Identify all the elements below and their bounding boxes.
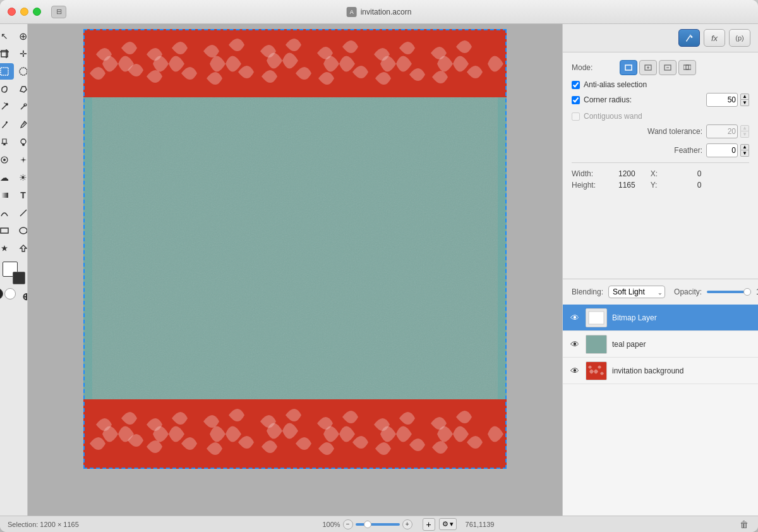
zoom-tool[interactable]: ⊕ [14,28,28,44]
panel-toolbar: fx (p) [563,24,758,52]
lasso-tool[interactable] [0,81,14,97]
zoom-out-btn[interactable]: − [343,519,353,529]
bezier-tool[interactable] [0,205,14,221]
crop-tool[interactable] [0,45,14,62]
stamp-tool[interactable] [0,152,14,168]
star-tool[interactable] [0,240,14,257]
tool-row-13 [0,240,28,257]
mode-subtract-btn[interactable] [659,60,677,75]
feather-up[interactable]: ▲ [740,144,749,150]
foreground-color[interactable] [0,288,3,299]
anti-alias-row: Anti-alias selection [572,80,749,89]
sidebar-toggle-button[interactable]: ⊟ [51,6,66,18]
rect-select-tool[interactable] [0,63,14,80]
pen-tool[interactable] [0,116,14,133]
bottom-tool-row: ⊕ [0,288,28,305]
add-layer-btn[interactable]: + [423,518,435,531]
maximize-button[interactable] [33,8,41,16]
tool-row-2: ✛ [0,45,28,62]
rect-shape-tool[interactable] [0,222,14,239]
blend-mode-select[interactable]: Normal Dissolve Multiply Screen Overlay … [608,286,665,298]
minimize-button[interactable] [20,8,28,16]
mode-add-btn[interactable] [639,60,657,75]
sparkle-tool[interactable] [14,152,28,168]
arrow-shape-tool[interactable] [14,240,28,257]
brightness-tool[interactable]: ☀ [14,169,28,186]
mode-buttons [620,60,696,75]
main-content: ↖ ⊕ ✛ [0,24,758,516]
type-panel-tab[interactable]: (p) [729,29,750,47]
svg-rect-17 [1,193,8,198]
feather-input-group: ▲ ▼ [706,143,749,157]
right-panel: fx (p) Mode: [562,24,758,516]
cloud-tool[interactable]: ☁ [0,169,14,186]
tool-row-7 [0,134,28,150]
height-value: 1165 [618,181,635,190]
svg-rect-3 [1,68,8,75]
ellipse-select-tool[interactable] [14,63,28,80]
zoom-controls: 100% − + [322,519,412,529]
eyedropper-tool[interactable] [14,116,28,133]
corner-radius-stepper: ▲ ▼ [740,94,749,106]
wand-tolerance-stepper: ▲ ▼ [740,125,749,138]
color-swatch[interactable] [3,262,25,284]
layer-visibility-teal[interactable]: 👁 [569,339,581,350]
layer-item-bitmap[interactable]: 👁 Bitmap Layer [563,305,758,331]
layer-item-background[interactable]: 👁 invitatio [563,358,758,384]
corner-radius-up[interactable]: ▲ [740,94,749,100]
wand-tolerance-down[interactable]: ▼ [740,131,749,138]
text-tool[interactable]: T [14,187,28,203]
clone-tool[interactable] [14,134,28,150]
traffic-lights [8,8,41,16]
opacity-slider[interactable] [707,291,751,293]
delete-layer-btn[interactable]: 🗑 [738,518,750,531]
fx-panel-tab[interactable]: fx [704,29,725,47]
layer-visibility-background[interactable]: 👁 [569,365,581,377]
corner-radius-down[interactable]: ▼ [740,100,749,106]
height-y-row: Height: 1165 Y: 0 [572,181,749,190]
ellipse-shape-tool[interactable] [14,222,28,239]
paint-bucket-tool[interactable] [0,134,14,150]
corner-radius-input[interactable] [706,93,738,107]
tools-panel-tab[interactable] [678,29,700,47]
layer-name-background: invitation background [612,366,752,375]
titlebar-title: A invitation.acorn [347,7,412,17]
wand-tolerance-row: Wand tolerance: ▲ ▼ [572,124,749,138]
floral-bottom [83,399,507,469]
poly-lasso-tool[interactable] [14,81,28,97]
wand-tolerance-up[interactable]: ▲ [740,125,749,131]
feather-stepper: ▲ ▼ [740,144,749,157]
feather-input[interactable] [706,143,738,157]
close-button[interactable] [8,8,16,16]
contiguous-wand-checkbox[interactable] [572,112,580,121]
svg-point-13 [21,139,26,144]
svg-rect-31 [586,336,606,353]
canvas-area[interactable] [28,24,562,516]
y-label: Y: [651,181,695,190]
color-wand-tool[interactable] [14,99,28,115]
feather-row: Feather: ▲ ▼ [572,143,749,157]
svg-point-11 [6,121,8,123]
move-tool[interactable]: ✛ [14,45,28,62]
background-color[interactable] [4,288,16,299]
mode-rect-btn[interactable] [620,60,637,75]
feather-down[interactable]: ▼ [740,150,749,157]
corner-radius-checkbox[interactable] [572,96,580,104]
zoom-slider[interactable] [356,523,400,526]
layer-visibility-bitmap[interactable]: 👁 [569,312,581,323]
layer-item-teal[interactable]: 👁 teal paper [563,331,758,358]
anti-alias-checkbox[interactable] [572,81,580,89]
layer-options-btn[interactable]: ⚙▾ [439,518,457,530]
tool-row-6 [0,116,28,133]
zoom-in-btn[interactable]: + [402,519,412,529]
zoom-icon[interactable]: ⊕ [17,288,28,305]
mode-intersect-btn[interactable] [678,60,696,75]
magic-wand-tool[interactable] [0,99,14,115]
corner-radius-label: Corner radius: [584,95,632,104]
line-tool[interactable] [14,205,28,221]
file-title: invitation.acorn [361,8,412,16]
gradient-tool[interactable] [0,187,14,203]
arrow-tool[interactable]: ↖ [0,28,14,44]
svg-point-16 [3,159,6,161]
wand-tolerance-input[interactable] [706,124,738,138]
